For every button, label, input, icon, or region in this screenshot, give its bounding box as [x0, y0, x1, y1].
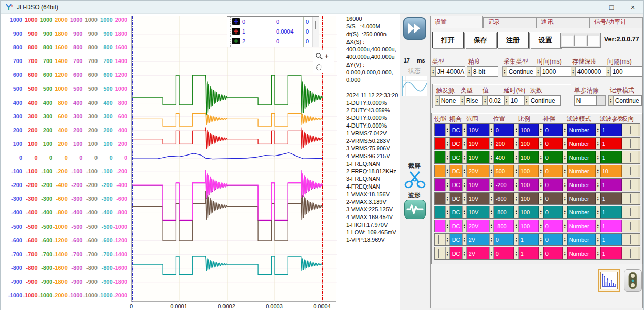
spinner-arrows[interactable]: ▲▼: [563, 234, 567, 245]
channel-invert-toggle[interactable]: [628, 234, 640, 245]
channel-position[interactable]: 0: [494, 124, 514, 136]
channel-range[interactable]: 10V: [467, 124, 489, 136]
channel-position[interactable]: -800: [494, 206, 514, 218]
spinner-arrows[interactable]: ▲▼: [596, 151, 600, 163]
trigger-field-0[interactable]: ▲▼None: [435, 95, 460, 106]
spinner-arrows[interactable]: ▲▼: [489, 234, 494, 245]
channel-range[interactable]: 10V: [467, 151, 489, 163]
screenshot-button[interactable]: [404, 169, 426, 189]
spinner-arrows[interactable]: ▲▼: [539, 151, 543, 163]
tab-item[interactable]: 记录: [483, 17, 536, 28]
channel-filter[interactable]: Number: [567, 179, 596, 191]
spinner-arrows[interactable]: ▲▼: [445, 151, 450, 163]
record-mode-value[interactable]: Continue: [614, 95, 642, 106]
channel-scale[interactable]: 100: [519, 151, 539, 163]
channel-filter[interactable]: Number: [567, 193, 596, 204]
channel-enable-toggle[interactable]: [435, 193, 445, 204]
channel-position[interactable]: -200: [494, 179, 514, 191]
channel-invert-toggle[interactable]: [628, 179, 640, 191]
channel-range[interactable]: 10V: [467, 206, 489, 218]
spinner-arrows[interactable]: ▲▼: [460, 95, 465, 106]
channel-position[interactable]: 200: [494, 138, 514, 149]
spinner-arrows[interactable]: ▲▼: [571, 66, 576, 77]
spinner-arrows[interactable]: ▲▼: [596, 247, 600, 259]
channel-invert-toggle[interactable]: [628, 138, 640, 149]
channel-param[interactable]: 1: [600, 247, 622, 259]
channel-filter[interactable]: Number: [567, 234, 596, 245]
panel-button-3[interactable]: 设置: [530, 32, 561, 48]
spinner-arrows[interactable]: ▲▼: [514, 220, 519, 232]
channel-enable-toggle[interactable]: [435, 124, 445, 136]
spinner-arrows[interactable]: ▲▼: [563, 165, 567, 177]
spinner-arrows[interactable]: ▲▼: [539, 247, 543, 259]
channel-invert-toggle[interactable]: [628, 193, 640, 204]
spinner-arrows[interactable]: ▲▼: [536, 66, 541, 77]
channel-coupling[interactable]: DC: [450, 193, 462, 204]
spinner-arrows[interactable]: ▲▼: [445, 179, 450, 191]
scrollbar-thumb[interactable]: [315, 21, 316, 29]
channel-coupling[interactable]: DC: [450, 220, 462, 232]
cursor-row[interactable]: 30.00040: [227, 46, 319, 47]
channel-range[interactable]: 10V: [467, 179, 489, 191]
spinner-arrows[interactable]: ▲▼: [539, 165, 543, 177]
trigger-field-2-value[interactable]: 0.02: [488, 95, 505, 106]
spinner-arrows[interactable]: ▲▼: [596, 179, 600, 191]
channel-param[interactable]: 1: [600, 138, 622, 149]
trigger-field-3[interactable]: ▲▼10: [504, 95, 525, 106]
channel-position[interactable]: -800: [494, 220, 514, 232]
trigger-field-4-value[interactable]: Continue: [529, 95, 561, 106]
cursor-row[interactable]: 000: [227, 17, 319, 26]
spinner-arrows[interactable]: ▲▼: [539, 206, 543, 218]
close-button[interactable]: ×: [622, 1, 643, 14]
spinner-arrows[interactable]: ▲▼: [514, 193, 519, 204]
channel-filter[interactable]: Number: [567, 247, 596, 259]
cursor-row[interactable]: 10.00040: [227, 26, 319, 36]
spinner-arrows[interactable]: ▲▼: [524, 95, 529, 106]
pan-tool[interactable]: [313, 61, 334, 73]
channel-param[interactable]: 1: [600, 179, 622, 191]
field-5[interactable]: ▲▼100: [606, 66, 642, 77]
spinner-arrows[interactable]: ▲▼: [489, 165, 494, 177]
spinner-arrows[interactable]: ▲▼: [606, 66, 611, 77]
channel-coupling[interactable]: DC: [450, 151, 462, 163]
spinner-arrows[interactable]: ▲▼: [489, 220, 494, 232]
channel-enable-toggle[interactable]: [435, 220, 445, 232]
spinner-arrows[interactable]: ▲▼: [489, 193, 494, 204]
channel-filter[interactable]: Number: [567, 151, 596, 163]
spinner-arrows[interactable]: ▲▼: [539, 138, 543, 149]
status-thumbnail[interactable]: [402, 76, 427, 96]
spinner-arrows[interactable]: ▲▼: [489, 206, 494, 218]
plot-area[interactable]: 00010.0004020030.00040 +: [131, 16, 336, 302]
spinner-arrows[interactable]: ▲▼: [445, 193, 450, 204]
channel-comp[interactable]: 0: [543, 206, 563, 218]
channel-comp[interactable]: 0: [543, 179, 563, 191]
spinner-arrows[interactable]: ▲▼: [462, 220, 467, 232]
channel-param[interactable]: 1: [600, 206, 622, 218]
spinner-arrows[interactable]: ▲▼: [514, 234, 519, 245]
spinner-arrows[interactable]: ▲▼: [462, 165, 467, 177]
spinner-arrows[interactable]: ▲▼: [489, 247, 494, 259]
channel-scale[interactable]: 100: [519, 220, 539, 232]
field-3[interactable]: ▲▼1000: [536, 66, 571, 77]
spinner-arrows[interactable]: ▲▼: [596, 220, 600, 232]
channel-enable-toggle[interactable]: [435, 247, 445, 259]
spinner-arrows[interactable]: ▲▼: [489, 179, 494, 191]
channel-invert-toggle[interactable]: [628, 247, 640, 259]
field-1[interactable]: ▲▼8-bit: [467, 66, 498, 77]
field-0-value[interactable]: JH-4000A: [436, 66, 465, 77]
channel-coupling[interactable]: DC: [450, 124, 462, 136]
channel-enable-toggle[interactable]: [435, 165, 445, 177]
cursor-row[interactable]: 200: [227, 36, 319, 46]
channel-invert-toggle[interactable]: [628, 220, 640, 232]
trigger-field-3-value[interactable]: 10: [509, 95, 525, 106]
spinner-arrows[interactable]: ▲▼: [539, 234, 543, 245]
channel-position[interactable]: 0: [494, 234, 514, 245]
channel-scale[interactable]: 100: [519, 124, 539, 136]
spinner-arrows[interactable]: ▲▼: [462, 247, 467, 259]
tab-settings-active[interactable]: 设置: [430, 16, 484, 28]
channel-scale[interactable]: 100: [519, 206, 539, 218]
channel-enable-toggle[interactable]: [435, 206, 445, 218]
field-4[interactable]: ▲▼4000000: [571, 66, 607, 77]
spinner-arrows[interactable]: ▲▼: [563, 179, 567, 191]
channel-range[interactable]: 20V: [467, 165, 489, 177]
